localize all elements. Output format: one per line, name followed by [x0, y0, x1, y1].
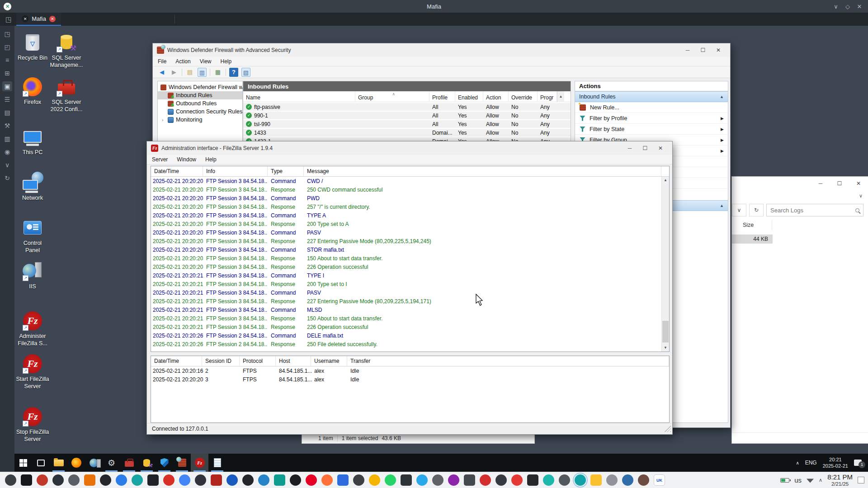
wifi-icon[interactable] [807, 478, 814, 483]
host-app-icon-1[interactable] [21, 474, 32, 486]
keyboard-language[interactable]: ENG [805, 460, 817, 466]
col-message[interactable]: Message [304, 166, 661, 176]
rules-col-name[interactable]: Name [243, 91, 355, 102]
taskbar-iis-manager[interactable] [85, 454, 103, 472]
action-new-rule[interactable]: New Rule... [575, 102, 728, 113]
action-filter-by-state[interactable]: Filter by State▶ [575, 124, 728, 135]
taskbar-task-view-button[interactable] [32, 454, 50, 472]
selected-file-size[interactable]: 44 KB [732, 235, 773, 244]
log-row[interactable]: 2025-02-21 20:20:21FTP Session 3 84.54.1… [151, 280, 669, 288]
desktop-icon-start-filezilla-server[interactable]: Fz↗Start FileZillaServer [12, 353, 53, 390]
list-icon[interactable]: ☰ [2, 94, 12, 104]
col-protocol[interactable]: Protocol [240, 356, 276, 366]
host-app-icon-22[interactable] [353, 474, 364, 486]
host-app-icon-16[interactable] [258, 474, 269, 486]
host-app-icon-30[interactable] [480, 474, 491, 486]
scroll-thumb[interactable] [662, 321, 669, 343]
log-row[interactable]: 2025-02-21 20:20:20FTP Session 3 84.54.1… [151, 177, 669, 185]
properties-icon[interactable]: ▦ [213, 68, 222, 77]
action-filter-by-profile[interactable]: Filter by Profile▶ [575, 113, 728, 124]
rows-icon[interactable]: ▤ [2, 108, 12, 117]
desktop-icon-sql-server-2022-config[interactable]: ↗SQL Server2022 Confi... [46, 76, 87, 113]
desktop-icon-administer-filezilla-server[interactable]: Fz↗AdministerFileZilla S... [12, 310, 53, 347]
filezilla-minimize-icon[interactable]: ─ [622, 145, 637, 151]
grid-icon[interactable]: ⊞ [2, 68, 12, 78]
scroll-down-icon[interactable]: ▼ [662, 344, 669, 352]
host-app-icon-31[interactable] [495, 474, 507, 486]
log-row[interactable]: 2025-02-21 20:20:20FTP Session 3 84.54.1… [151, 202, 669, 211]
host-app-icon-4[interactable] [68, 474, 80, 486]
collapse-icon[interactable]: ▲ [720, 203, 724, 208]
host-app-icon-39[interactable] [622, 474, 633, 486]
log-row[interactable]: 2025-02-21 20:20:21FTP Session 3 84.54.1… [151, 297, 669, 305]
log-row[interactable]: 2025-02-21 20:20:21FTP Session 3 84.54.1… [151, 305, 669, 314]
explorer-close-icon[interactable]: ✕ [849, 177, 868, 190]
log-row[interactable]: 2025-02-21 20:20:20FTP Session 3 84.54.1… [151, 220, 669, 228]
rules-col-group[interactable]: Group∧ [355, 91, 429, 102]
col-type[interactable]: Type [268, 166, 304, 176]
host-app-icon-7[interactable] [116, 474, 127, 486]
host-app-icon-2[interactable] [37, 474, 48, 486]
taskbar-filezilla-server[interactable]: Fz [191, 454, 208, 472]
host-app-icon-24[interactable] [385, 474, 396, 486]
tab-close-icon[interactable]: ✕ [49, 16, 56, 22]
refresh-icon[interactable]: ↻ [749, 204, 764, 216]
address-dropdown-icon[interactable]: ∨ [732, 204, 746, 216]
tools-icon[interactable]: ⚒ [2, 121, 12, 131]
record-icon[interactable]: ◉ [2, 147, 12, 157]
console-tree-icon[interactable]: ▥ [198, 68, 207, 77]
rule-row-tsl-990[interactable]: ✓tsl-990AllYesAllowNoAny [243, 120, 571, 128]
col-username[interactable]: Username [311, 356, 347, 366]
rule-row-ftp-passive[interactable]: ✓ftp-passiveAllYesAllowNoAny [243, 103, 571, 111]
host-app-icon-18[interactable] [290, 474, 301, 486]
log-row[interactable]: 2025-02-21 20:20:20FTP Session 3 84.54.1… [151, 245, 669, 254]
host-app-icon-10[interactable] [163, 474, 175, 486]
host-app-icon-38[interactable] [606, 474, 618, 486]
log-row[interactable]: 2025-02-21 20:20:21FTP Session 3 84.54.1… [151, 314, 669, 323]
host-app-icon-36[interactable] [575, 474, 586, 486]
host-app-icon-6[interactable] [100, 474, 111, 486]
menu-server[interactable]: Server [152, 156, 168, 163]
rules-col-override[interactable]: Override [509, 91, 538, 102]
host-app-icon-26[interactable] [416, 474, 428, 486]
host-app-icon-9[interactable] [147, 474, 159, 486]
column-header-size[interactable]: Size [743, 222, 754, 228]
host-app-icon-27[interactable] [432, 474, 443, 486]
desktop-icon-iis[interactable]: ↗IIS [12, 260, 53, 291]
log-row[interactable]: 2025-02-21 20:20:26FTP Session 2 84.54.1… [151, 331, 669, 340]
menu-help[interactable]: Help [221, 58, 232, 65]
menu-action[interactable]: Action [175, 58, 190, 65]
taskbar-firefox[interactable] [67, 454, 85, 472]
log-row[interactable]: 2025-02-21 20:20:20FTP Session 3 84.54.1… [151, 211, 669, 220]
taskbar-settings[interactable]: ⚙ [103, 454, 120, 472]
filezilla-titlebar[interactable]: Fz Administration interface - FileZilla … [147, 141, 672, 155]
col-info[interactable]: Info [203, 166, 268, 176]
host-app-icon-0[interactable] [5, 474, 16, 486]
host-app-icon-11[interactable] [179, 474, 190, 486]
explorer-maximize-icon[interactable]: ☐ [830, 177, 849, 190]
log-row[interactable]: 2025-02-21 20:20:21FTP Session 3 84.54.1… [151, 288, 669, 297]
host-app-icon-28[interactable] [448, 474, 459, 486]
rules-scroll-up-icon[interactable]: ▲ [557, 91, 564, 102]
ribbon-expand-icon[interactable]: ∨ [859, 193, 863, 199]
host-app-icon-14[interactable] [226, 474, 238, 486]
host-app-icon-40[interactable] [638, 474, 649, 486]
desktop-icon-stop-filezilla-server[interactable]: Fz↗Stop FileZillaServer [12, 406, 53, 443]
menu-help[interactable]: Help [205, 156, 217, 163]
log-row[interactable]: 2025-02-21 20:20:20FTP Session 3 84.54.1… [151, 254, 669, 263]
log-row[interactable]: 2025-02-21 20:20:20FTP Session 3 84.54.1… [151, 263, 669, 271]
rule-row-990-1[interactable]: ✓990-1AllYesAllowNoAny [243, 112, 571, 119]
desktop-icon-sql-server-management[interactable]: ⚒↗SQL ServerManageme... [46, 32, 87, 69]
menu-file[interactable]: File [158, 58, 166, 65]
host-app-icon-12[interactable] [195, 474, 206, 486]
menu-window[interactable]: Window [177, 156, 196, 163]
log-row[interactable]: 2025-02-21 20:20:20FTP Session 3 84.54.1… [151, 185, 669, 194]
host-app-icon-20[interactable] [321, 474, 333, 486]
host-app-icon-35[interactable] [559, 474, 570, 486]
host-tray-chevron-icon[interactable]: ∧ [819, 477, 822, 483]
log-scrollbar[interactable]: ▲ ▼ [661, 177, 669, 352]
menu-icon[interactable]: ≡ [2, 55, 12, 65]
back-icon[interactable]: ◀ [157, 68, 166, 77]
host-app-icon-37[interactable] [590, 474, 602, 486]
rules-col-enabled[interactable]: Enabled [455, 91, 483, 102]
